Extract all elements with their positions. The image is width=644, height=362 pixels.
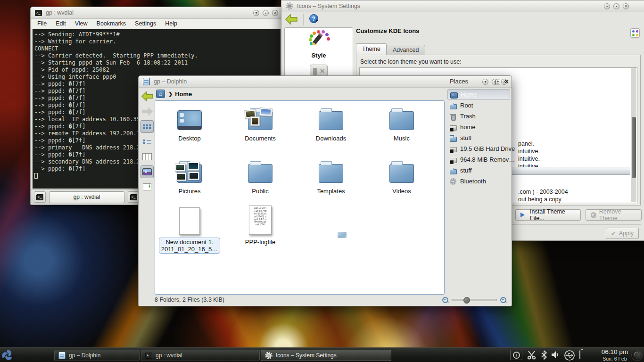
zoom-slider-handle[interactable] <box>463 297 470 304</box>
folder-icon <box>248 164 272 183</box>
maximize-button[interactable]: ▪ <box>263 10 269 16</box>
zoom-in-icon[interactable]: + <box>500 296 507 304</box>
file-item-new-document[interactable]: New document 1.2011_01_20_16_5… <box>154 206 225 254</box>
icons-view-button[interactable] <box>140 120 154 133</box>
clock[interactable]: 06:10 pm Sun, 6 Feb <box>602 349 628 362</box>
minimize-button[interactable]: ▾ <box>482 79 488 85</box>
no-entry-icon <box>591 212 596 218</box>
folder-item-videos[interactable]: Videos <box>366 157 437 195</box>
install-theme-button[interactable]: Install Theme File... <box>515 209 581 221</box>
zoom-slider[interactable] <box>452 299 497 301</box>
apply-row: ✔ Apply <box>606 228 639 239</box>
sidebar-item-style[interactable]: Style <box>285 28 353 59</box>
place-item-hard-drive[interactable]: 19.5 GiB Hard Drive <box>447 143 510 154</box>
tab-advanced[interactable]: Advanced <box>387 45 425 55</box>
place-item-stuff[interactable]: stuff <box>447 132 510 143</box>
home-icon[interactable]: ⌂ <box>156 90 165 98</box>
place-item-root[interactable]: Root <box>447 100 510 111</box>
settings-titlebar[interactable]: Icons – System Settings ▾ ▪ ✕ <box>281 0 644 12</box>
place-item-bluetooth[interactable]: Bluetooth <box>447 176 510 187</box>
terminal-icon: >_ <box>130 194 137 200</box>
terminal-menubar: File Edit View Bookmarks Settings Help <box>31 19 282 29</box>
back-button[interactable] <box>285 14 297 26</box>
preview-button[interactable] <box>140 165 154 178</box>
minimize-button[interactable]: ▾ <box>604 3 610 9</box>
forward-button[interactable] <box>140 105 154 118</box>
terminal-titlebar[interactable]: >_ gp : wvdial ▾ ▪ ✕ <box>31 7 282 19</box>
new-tab-button[interactable]: >_ <box>34 191 46 203</box>
menu-help[interactable]: Help <box>165 20 177 27</box>
terminal-tab[interactable]: gp : wvdial <box>49 191 124 203</box>
device-notifier-usb-icon[interactable] <box>564 350 575 361</box>
notifications-icon[interactable]: i <box>510 350 522 360</box>
volume-icon[interactable] <box>551 351 561 359</box>
folder-icon <box>449 167 457 174</box>
settings-toolbar: ? <box>281 12 644 27</box>
pictures-folder-icon <box>177 164 202 183</box>
icon-sizes-icon[interactable] <box>630 28 640 38</box>
menu-settings[interactable]: Settings <box>135 20 156 27</box>
hard-drive-icon <box>449 145 457 153</box>
remove-theme-button[interactable]: Remove Theme <box>586 209 642 221</box>
details-view-button[interactable] <box>140 135 154 148</box>
theme-buttons-row: Install Theme File... Remove Theme <box>515 209 642 221</box>
places-panel: Home Root Trash home stuff 19.5 GiB Hard… <box>447 89 510 187</box>
maximize-button[interactable]: ▪ <box>613 3 619 9</box>
icons-view-icon <box>143 124 151 130</box>
folder-item-pictures[interactable]: Pictures <box>154 157 225 195</box>
breadcrumb[interactable]: Home <box>175 90 192 98</box>
folder-item-music[interactable]: Music <box>366 105 437 142</box>
page-title: Customize KDE Icons <box>356 27 642 34</box>
close-button[interactable]: ✕ <box>623 3 629 9</box>
dolphin-statusbar: 8 Folders, 2 Files (3.3 KiB) − + <box>139 294 512 306</box>
place-item-home-partition[interactable]: home <box>447 122 510 132</box>
folder-item-downloads[interactable]: Downloads <box>296 105 366 142</box>
menu-edit[interactable]: Edit <box>56 20 66 27</box>
minimize-button[interactable]: ▾ <box>253 10 259 16</box>
place-item-stuff-2[interactable]: stuff <box>447 165 510 176</box>
float-panel-icon[interactable] <box>495 80 500 84</box>
clock-time: 06:10 pm <box>602 349 628 355</box>
terminal-cursor <box>34 173 38 179</box>
taskbar-task-wvdial[interactable]: >_ gp : wvdial <box>141 350 260 361</box>
folder-item-public[interactable]: Public <box>225 157 296 195</box>
close-panel-icon[interactable]: ✕ <box>504 79 509 85</box>
folder-icon <box>449 102 457 109</box>
taskbar-task-dolphin[interactable]: gp – Dolphin <box>54 350 140 361</box>
scrollbar[interactable] <box>631 68 636 202</box>
columns-view-button[interactable] <box>140 150 154 163</box>
dolphin-folder-view[interactable]: Desktop Documents Downloads Music <box>155 100 445 295</box>
tab-theme[interactable]: Theme <box>356 43 387 55</box>
split-view-button[interactable] <box>140 181 154 193</box>
scrollbar-thumb[interactable] <box>632 117 636 178</box>
help-button[interactable]: ? <box>309 14 318 23</box>
theme-description-text: out being a copy <box>518 196 561 203</box>
folder-icon <box>319 164 343 183</box>
folder-item-templates[interactable]: Templates <box>296 157 366 195</box>
place-item-removable[interactable]: 964.8 MiB Remov… <box>447 154 510 165</box>
file-item-ppp-logfile[interactable]: Jan 17 09:4 7:18 gp-Asp ire-5738 pp pd[1… <box>225 206 296 246</box>
zoom-out-icon[interactable]: − <box>442 296 449 304</box>
place-item-trash[interactable]: Trash <box>447 111 510 122</box>
settings-main: Customize KDE Icons Theme Advanced Selec… <box>356 27 642 34</box>
bluetooth-icon[interactable] <box>541 350 547 360</box>
menu-view[interactable]: View <box>75 20 88 27</box>
apply-button[interactable]: ✔ Apply <box>606 228 639 239</box>
kde-launcher-icon[interactable] <box>1 349 14 362</box>
folder-item-desktop[interactable]: Desktop <box>154 105 225 142</box>
place-item-home[interactable]: Home <box>447 89 510 100</box>
plasma-cashew-icon[interactable] <box>631 349 643 361</box>
theme-list-text: intuitive. <box>518 148 540 155</box>
hard-drive-icon <box>449 123 457 131</box>
folder-icon <box>389 164 414 183</box>
menu-bookmarks[interactable]: Bookmarks <box>97 20 126 27</box>
folder-icon <box>319 111 343 130</box>
klipper-scissors-icon[interactable] <box>527 350 537 360</box>
close-button[interactable]: ✕ <box>272 10 278 16</box>
back-button[interactable] <box>140 90 154 103</box>
folder-item-documents[interactable]: Documents <box>225 105 296 142</box>
battery-icon[interactable] <box>579 351 580 359</box>
dolphin-icon <box>58 352 66 359</box>
taskbar-task-system-settings[interactable]: Icons – System Settings <box>261 350 391 361</box>
menu-file[interactable]: File <box>37 20 47 27</box>
